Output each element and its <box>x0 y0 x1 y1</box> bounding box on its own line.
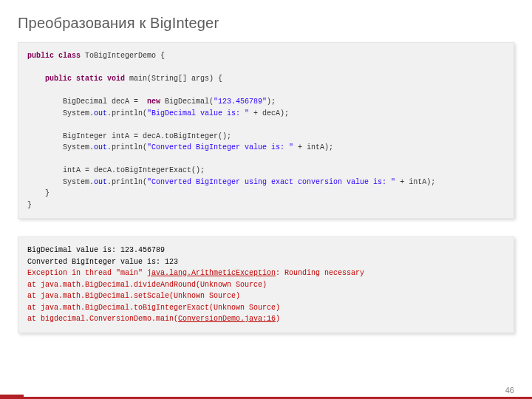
pad <box>27 178 63 186</box>
page-number: 46 <box>505 386 514 395</box>
error-text: : Rounding necessary <box>276 269 364 277</box>
kw-public: public <box>45 75 72 83</box>
code-text: + intA); <box>293 143 333 151</box>
pad <box>27 166 63 174</box>
output-line: Converted BigInteger value is: 123 <box>27 258 178 266</box>
error-line: at java.math.BigDecimal.divideAndRound(U… <box>27 281 267 289</box>
pad <box>27 189 45 197</box>
footer-bar-accent <box>0 395 24 399</box>
code-text: intA = decA.toBigIntegerExact(); <box>63 166 205 174</box>
string-literal: "Converted BigInteger using exact conver… <box>147 178 395 186</box>
code-text: ToBigIntegerDemo { <box>81 52 165 60</box>
code-text: .println( <box>107 178 147 186</box>
output-line: BigDecimal value is: 123.456789 <box>27 246 165 254</box>
field-out: out <box>94 109 107 117</box>
error-text: ) <box>276 315 280 323</box>
pad <box>27 143 63 151</box>
code-text: + decA); <box>249 109 289 117</box>
code-text: System. <box>63 109 94 117</box>
output-block: BigDecimal value is: 123.456789 Converte… <box>18 236 514 333</box>
kw-static: static <box>76 75 103 83</box>
code-text: main(String[] args) { <box>125 75 222 83</box>
field-out: out <box>94 178 107 186</box>
pad <box>27 132 63 140</box>
page-title: Преобразования к BigInteger <box>18 15 514 32</box>
kw-new: new <box>147 98 160 106</box>
footer: 46 <box>0 384 532 399</box>
code-text: System. <box>63 143 94 151</box>
error-line: at java.math.BigDecimal.toBigIntegerExac… <box>27 304 280 312</box>
code-text: } <box>27 201 32 209</box>
source-link: ConversionDemo.java:16 <box>178 315 276 323</box>
pad <box>27 98 63 106</box>
kw-void: void <box>107 75 125 83</box>
string-literal: "123.456789" <box>214 98 267 106</box>
code-text: + intA); <box>395 178 435 186</box>
pad <box>27 109 63 117</box>
code-text: BigInteger intA = decA.toBigInteger(); <box>63 132 231 140</box>
string-literal: "Converted BigInteger value is: " <box>147 143 293 151</box>
code-text: BigDecimal decA = <box>63 98 147 106</box>
console-output: BigDecimal value is: 123.456789 Converte… <box>27 245 505 325</box>
code-text: System. <box>63 178 94 186</box>
code-text: .println( <box>107 109 147 117</box>
source-code: public class ToBigIntegerDemo { public s… <box>27 50 505 211</box>
code-text: BigDecimal( <box>160 98 214 106</box>
slide: Преобразования к BigInteger public class… <box>0 0 532 399</box>
error-text: at bigdecimal.ConversionDemo.main( <box>27 315 178 323</box>
pad <box>27 75 45 83</box>
kw-public: public <box>27 52 54 60</box>
error-line: at java.math.BigDecimal.setScale(Unknown… <box>27 292 240 300</box>
exception-link: java.lang.ArithmeticException <box>147 269 276 277</box>
code-text: ); <box>267 98 276 106</box>
code-text: .println( <box>107 143 147 151</box>
source-code-block: public class ToBigIntegerDemo { public s… <box>18 42 514 219</box>
string-literal: "BigDecimal value is: " <box>147 109 249 117</box>
kw-class: class <box>58 52 81 60</box>
error-line: Exception in thread "main" java.lang.Ari… <box>27 269 364 277</box>
error-line: at bigdecimal.ConversionDemo.main(Conver… <box>27 315 280 323</box>
code-text: } <box>45 189 50 197</box>
field-out: out <box>94 143 107 151</box>
error-text: Exception in thread "main" <box>27 269 147 277</box>
